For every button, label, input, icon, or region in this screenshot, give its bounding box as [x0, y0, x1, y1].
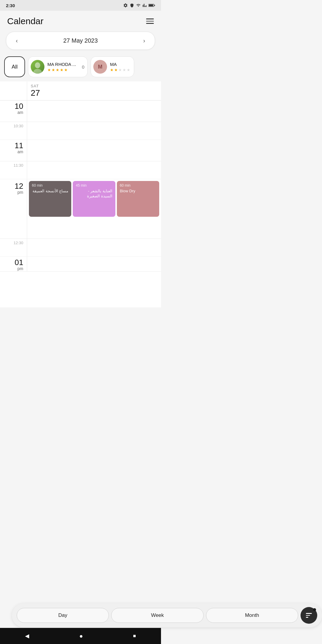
- time-content-1030: [27, 122, 161, 140]
- menu-line-2: [146, 21, 154, 22]
- filter-card-name-2: MA: [110, 62, 130, 67]
- svg-point-4: [35, 62, 40, 68]
- star-f4: ★: [123, 68, 126, 72]
- status-icons: [123, 3, 155, 8]
- time-row-1230: 12:30: [0, 239, 161, 257]
- battery-icon: [148, 4, 155, 7]
- time-label-11am: 11 am: [0, 140, 27, 161]
- filter-card-2[interactable]: M MA ★ ★ ★ ★ ★: [91, 56, 134, 77]
- time-content-1pm: [27, 257, 161, 271]
- period-11: am: [18, 149, 23, 154]
- appt-2-duration: 45 min: [76, 183, 112, 188]
- time-content-10am: [27, 100, 161, 122]
- star-3: ★: [56, 68, 59, 72]
- appointment-2[interactable]: 45 min العناية بالشعر - السيدة الصغيرة: [73, 181, 115, 217]
- status-time: 2:30: [6, 3, 15, 8]
- time-label-1230: 12:30: [0, 239, 27, 256]
- filter-card-badge-1: 0: [82, 64, 84, 69]
- appt-1-duration: 60 min: [32, 183, 68, 188]
- date-nav: ‹ 27 May 2023 ›: [6, 32, 155, 50]
- star-2: ★: [52, 68, 55, 72]
- current-date-label: 27 May 2023: [63, 37, 98, 44]
- settings-icon: [123, 3, 128, 8]
- time-row-12pm: 12 pm 60 min مساج الأنسجة العميقة 45 min…: [0, 179, 161, 239]
- star-f1: ★: [110, 68, 114, 72]
- period-1: pm: [18, 266, 23, 271]
- menu-line-1: [146, 18, 154, 19]
- half-label-1130: 11:30: [13, 163, 23, 168]
- time-row-11am: 11 am: [0, 140, 161, 161]
- filter-card-info-2: MA ★ ★ ★ ★ ★: [110, 62, 130, 72]
- time-label-1030: 10:30: [0, 122, 27, 140]
- time-row-10am: 10 am: [0, 100, 161, 122]
- signal-icon: [143, 3, 147, 7]
- filter-tabs: All MA RHODA ... ★ ★ ★: [0, 54, 161, 81]
- appointments-row: 60 min مساج الأنسجة العميقة 45 min العنا…: [29, 181, 159, 237]
- hour-10: 10: [15, 102, 23, 110]
- hour-11: 11: [15, 142, 23, 149]
- day-header-label: [0, 81, 27, 100]
- time-label-10am: 10 am: [0, 100, 27, 122]
- star-f3: ★: [118, 68, 122, 72]
- appt-1-title: مساج الأنسجة العميقة: [32, 189, 68, 194]
- filter-card-1[interactable]: MA RHODA ... ★ ★ ★ ★ ★ 0: [28, 56, 88, 77]
- appointment-1[interactable]: 60 min مساج الأنسجة العميقة: [29, 181, 71, 217]
- appt-3-duration: 60 min: [120, 183, 156, 188]
- star-f2: ★: [114, 68, 118, 72]
- half-label-1230: 12:30: [13, 241, 23, 245]
- svg-rect-2: [154, 5, 155, 6]
- time-label-1130: 11:30: [0, 161, 27, 179]
- filter-card-stars-1: ★ ★ ★ ★ ★: [47, 68, 76, 72]
- status-bar: 2:30: [0, 0, 161, 11]
- day-header-row: SAT 27: [0, 81, 161, 100]
- time-label-1pm: 01 pm: [0, 257, 27, 271]
- time-content-12pm: 60 min مساج الأنسجة العميقة 45 min العنا…: [27, 179, 161, 239]
- header: Calendar: [0, 11, 161, 29]
- time-row-1pm: 01 pm: [0, 257, 161, 272]
- time-content-1130: [27, 161, 161, 179]
- svg-rect-1: [149, 4, 153, 6]
- day-header-day: SAT: [31, 84, 39, 88]
- period-10: am: [18, 110, 23, 115]
- filter-avatar-2: M: [93, 60, 107, 74]
- menu-line-3: [146, 23, 154, 24]
- filter-avatar-1: [31, 60, 44, 74]
- star-f5: ★: [127, 68, 130, 72]
- time-row-1130: 11:30: [0, 161, 161, 179]
- page-title: Calendar: [7, 16, 44, 26]
- star-4: ★: [60, 68, 64, 72]
- next-date-button[interactable]: ›: [141, 36, 148, 45]
- hour-12: 12: [15, 182, 23, 190]
- shield-icon: [130, 3, 134, 8]
- day-header-content: SAT 27: [27, 81, 161, 100]
- appt-2-title: العناية بالشعر - السيدة الصغيرة: [76, 189, 112, 199]
- time-label-12pm: 12 pm: [0, 179, 27, 239]
- filter-all-label: All: [12, 64, 18, 70]
- day-header-num: 27: [31, 88, 40, 98]
- prev-date-button[interactable]: ‹: [13, 36, 20, 45]
- calendar-area: SAT 27 10 am 10:30 11 am 11:30 1: [0, 81, 161, 307]
- filter-all-button[interactable]: All: [4, 56, 25, 77]
- filter-card-stars-2: ★ ★ ★ ★ ★: [110, 68, 130, 72]
- menu-icon[interactable]: [146, 18, 154, 24]
- hour-1: 01: [15, 258, 23, 266]
- appt-3-title: Blow Dry: [120, 189, 156, 194]
- time-content-11am: [27, 140, 161, 161]
- filter-card-name-1: MA RHODA ...: [47, 62, 76, 67]
- time-content-1230: [27, 239, 161, 256]
- star-1: ★: [47, 68, 51, 72]
- period-12: pm: [18, 190, 23, 195]
- star-5: ★: [64, 68, 68, 72]
- time-row-1030: 10:30: [0, 122, 161, 140]
- filter-card-info-1: MA RHODA ... ★ ★ ★ ★ ★: [47, 62, 76, 72]
- appointment-3[interactable]: 60 min Blow Dry: [117, 181, 159, 217]
- wifi-icon: [136, 3, 141, 7]
- half-label-1030: 10:30: [13, 124, 23, 128]
